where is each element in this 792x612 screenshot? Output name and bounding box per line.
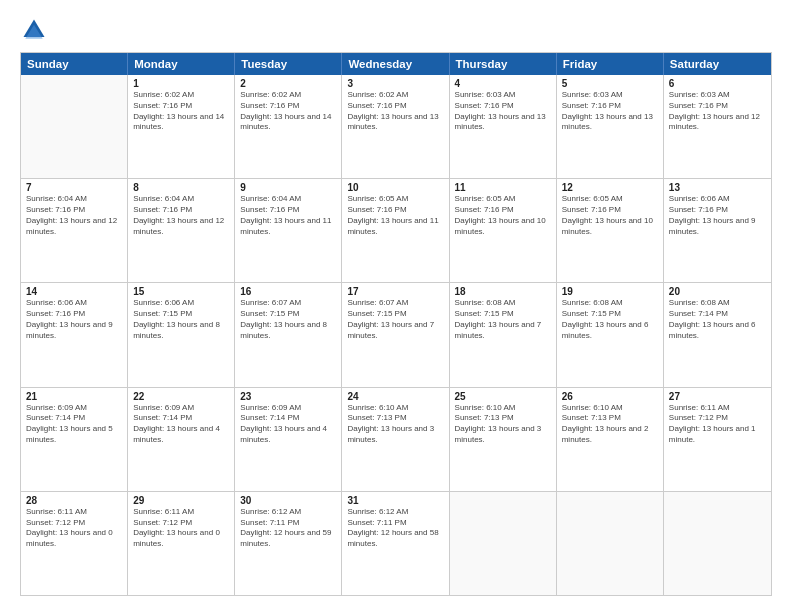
day-number: 14 [26,286,122,297]
day-number: 29 [133,495,229,506]
day-number: 19 [562,286,658,297]
cell-sun-info: Sunrise: 6:03 AMSunset: 7:16 PMDaylight:… [455,90,551,133]
cell-sun-info: Sunrise: 6:03 AMSunset: 7:16 PMDaylight:… [562,90,658,133]
calendar-cell: 12Sunrise: 6:05 AMSunset: 7:16 PMDayligh… [557,179,664,282]
calendar-cell: 8Sunrise: 6:04 AMSunset: 7:16 PMDaylight… [128,179,235,282]
calendar-cell: 11Sunrise: 6:05 AMSunset: 7:16 PMDayligh… [450,179,557,282]
day-number: 30 [240,495,336,506]
cell-sun-info: Sunrise: 6:07 AMSunset: 7:15 PMDaylight:… [240,298,336,341]
calendar-cell: 3Sunrise: 6:02 AMSunset: 7:16 PMDaylight… [342,75,449,178]
calendar-cell: 28Sunrise: 6:11 AMSunset: 7:12 PMDayligh… [21,492,128,595]
cell-sun-info: Sunrise: 6:08 AMSunset: 7:14 PMDaylight:… [669,298,766,341]
calendar-cell: 26Sunrise: 6:10 AMSunset: 7:13 PMDayligh… [557,388,664,491]
cell-sun-info: Sunrise: 6:11 AMSunset: 7:12 PMDaylight:… [133,507,229,550]
calendar-cell: 27Sunrise: 6:11 AMSunset: 7:12 PMDayligh… [664,388,771,491]
calendar-cell: 23Sunrise: 6:09 AMSunset: 7:14 PMDayligh… [235,388,342,491]
cell-sun-info: Sunrise: 6:12 AMSunset: 7:11 PMDaylight:… [240,507,336,550]
cell-sun-info: Sunrise: 6:04 AMSunset: 7:16 PMDaylight:… [26,194,122,237]
calendar-cell: 10Sunrise: 6:05 AMSunset: 7:16 PMDayligh… [342,179,449,282]
calendar-cell: 21Sunrise: 6:09 AMSunset: 7:14 PMDayligh… [21,388,128,491]
day-number: 23 [240,391,336,402]
logo [20,16,52,44]
calendar-cell: 17Sunrise: 6:07 AMSunset: 7:15 PMDayligh… [342,283,449,386]
day-number: 12 [562,182,658,193]
calendar-row-3: 21Sunrise: 6:09 AMSunset: 7:14 PMDayligh… [21,388,771,492]
calendar-row-0: 1Sunrise: 6:02 AMSunset: 7:16 PMDaylight… [21,75,771,179]
calendar-cell: 19Sunrise: 6:08 AMSunset: 7:15 PMDayligh… [557,283,664,386]
cell-sun-info: Sunrise: 6:10 AMSunset: 7:13 PMDaylight:… [347,403,443,446]
calendar-cell: 1Sunrise: 6:02 AMSunset: 7:16 PMDaylight… [128,75,235,178]
cell-sun-info: Sunrise: 6:07 AMSunset: 7:15 PMDaylight:… [347,298,443,341]
cell-sun-info: Sunrise: 6:02 AMSunset: 7:16 PMDaylight:… [133,90,229,133]
calendar: SundayMondayTuesdayWednesdayThursdayFrid… [20,52,772,596]
day-number: 3 [347,78,443,89]
header-day-monday: Monday [128,53,235,75]
header-day-thursday: Thursday [450,53,557,75]
calendar-cell: 15Sunrise: 6:06 AMSunset: 7:15 PMDayligh… [128,283,235,386]
day-number: 16 [240,286,336,297]
cell-sun-info: Sunrise: 6:06 AMSunset: 7:15 PMDaylight:… [133,298,229,341]
cell-sun-info: Sunrise: 6:09 AMSunset: 7:14 PMDaylight:… [26,403,122,446]
cell-sun-info: Sunrise: 6:02 AMSunset: 7:16 PMDaylight:… [240,90,336,133]
calendar-cell: 29Sunrise: 6:11 AMSunset: 7:12 PMDayligh… [128,492,235,595]
calendar-cell: 9Sunrise: 6:04 AMSunset: 7:16 PMDaylight… [235,179,342,282]
day-number: 28 [26,495,122,506]
cell-sun-info: Sunrise: 6:06 AMSunset: 7:16 PMDaylight:… [669,194,766,237]
header-day-sunday: Sunday [21,53,128,75]
day-number: 31 [347,495,443,506]
cell-sun-info: Sunrise: 6:11 AMSunset: 7:12 PMDaylight:… [669,403,766,446]
calendar-cell: 24Sunrise: 6:10 AMSunset: 7:13 PMDayligh… [342,388,449,491]
calendar-cell: 25Sunrise: 6:10 AMSunset: 7:13 PMDayligh… [450,388,557,491]
cell-sun-info: Sunrise: 6:05 AMSunset: 7:16 PMDaylight:… [347,194,443,237]
calendar-cell: 6Sunrise: 6:03 AMSunset: 7:16 PMDaylight… [664,75,771,178]
calendar-cell [450,492,557,595]
cell-sun-info: Sunrise: 6:11 AMSunset: 7:12 PMDaylight:… [26,507,122,550]
calendar-cell: 30Sunrise: 6:12 AMSunset: 7:11 PMDayligh… [235,492,342,595]
day-number: 24 [347,391,443,402]
calendar-row-4: 28Sunrise: 6:11 AMSunset: 7:12 PMDayligh… [21,492,771,595]
cell-sun-info: Sunrise: 6:08 AMSunset: 7:15 PMDaylight:… [562,298,658,341]
cell-sun-info: Sunrise: 6:09 AMSunset: 7:14 PMDaylight:… [133,403,229,446]
cell-sun-info: Sunrise: 6:10 AMSunset: 7:13 PMDaylight:… [455,403,551,446]
calendar-cell [21,75,128,178]
calendar-cell: 5Sunrise: 6:03 AMSunset: 7:16 PMDaylight… [557,75,664,178]
day-number: 10 [347,182,443,193]
calendar-row-2: 14Sunrise: 6:06 AMSunset: 7:16 PMDayligh… [21,283,771,387]
calendar-cell: 16Sunrise: 6:07 AMSunset: 7:15 PMDayligh… [235,283,342,386]
day-number: 13 [669,182,766,193]
calendar-cell: 13Sunrise: 6:06 AMSunset: 7:16 PMDayligh… [664,179,771,282]
day-number: 5 [562,78,658,89]
page: SundayMondayTuesdayWednesdayThursdayFrid… [0,0,792,612]
cell-sun-info: Sunrise: 6:10 AMSunset: 7:13 PMDaylight:… [562,403,658,446]
calendar-cell: 2Sunrise: 6:02 AMSunset: 7:16 PMDaylight… [235,75,342,178]
cell-sun-info: Sunrise: 6:04 AMSunset: 7:16 PMDaylight:… [240,194,336,237]
day-number: 22 [133,391,229,402]
day-number: 1 [133,78,229,89]
logo-icon [20,16,48,44]
cell-sun-info: Sunrise: 6:03 AMSunset: 7:16 PMDaylight:… [669,90,766,133]
calendar-cell: 22Sunrise: 6:09 AMSunset: 7:14 PMDayligh… [128,388,235,491]
calendar-cell: 4Sunrise: 6:03 AMSunset: 7:16 PMDaylight… [450,75,557,178]
day-number: 21 [26,391,122,402]
cell-sun-info: Sunrise: 6:12 AMSunset: 7:11 PMDaylight:… [347,507,443,550]
day-number: 9 [240,182,336,193]
day-number: 4 [455,78,551,89]
day-number: 27 [669,391,766,402]
day-number: 15 [133,286,229,297]
day-number: 26 [562,391,658,402]
cell-sun-info: Sunrise: 6:09 AMSunset: 7:14 PMDaylight:… [240,403,336,446]
day-number: 6 [669,78,766,89]
calendar-cell: 7Sunrise: 6:04 AMSunset: 7:16 PMDaylight… [21,179,128,282]
calendar-cell: 20Sunrise: 6:08 AMSunset: 7:14 PMDayligh… [664,283,771,386]
cell-sun-info: Sunrise: 6:02 AMSunset: 7:16 PMDaylight:… [347,90,443,133]
day-number: 20 [669,286,766,297]
calendar-cell: 18Sunrise: 6:08 AMSunset: 7:15 PMDayligh… [450,283,557,386]
cell-sun-info: Sunrise: 6:05 AMSunset: 7:16 PMDaylight:… [562,194,658,237]
calendar-cell [664,492,771,595]
day-number: 8 [133,182,229,193]
day-number: 25 [455,391,551,402]
day-number: 2 [240,78,336,89]
header-day-wednesday: Wednesday [342,53,449,75]
calendar-cell: 14Sunrise: 6:06 AMSunset: 7:16 PMDayligh… [21,283,128,386]
day-number: 17 [347,286,443,297]
